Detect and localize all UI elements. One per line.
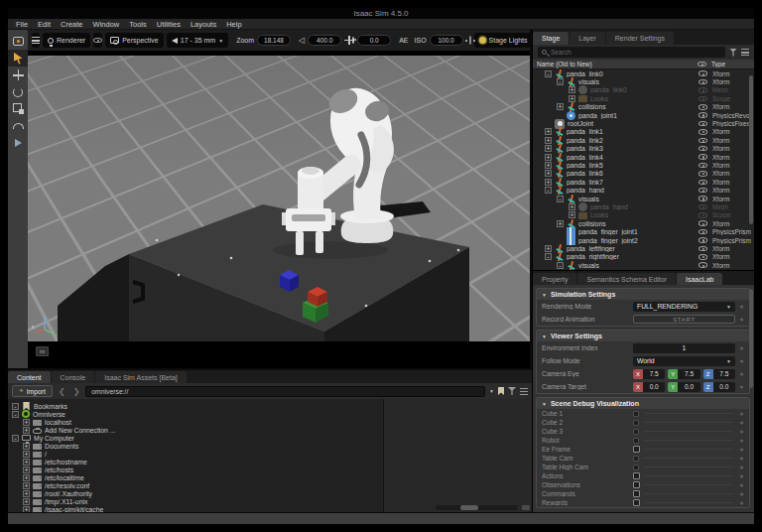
expander-icon[interactable] [545, 187, 552, 194]
expander-icon[interactable] [23, 466, 30, 473]
render-area[interactable]: x m [28, 51, 530, 368]
vertical-scrollbar[interactable] [749, 289, 753, 388]
stage-tree-row[interactable]: panda_joint1 PhysicsRevoluteJoint [533, 111, 754, 119]
checkbox[interactable] [633, 490, 640, 497]
content-tree-row[interactable]: /root/.Xauthority [8, 489, 383, 497]
section-header[interactable]: ▼ Simulation Settings [537, 289, 749, 300]
content-tree-row[interactable]: Bookmarks [8, 402, 383, 410]
menu-item[interactable]: Create [56, 19, 88, 30]
back-button[interactable]: ❮ [57, 387, 67, 396]
checkbox[interactable] [633, 472, 640, 479]
search-field[interactable] [538, 47, 725, 58]
stage-tree-row[interactable]: visuals Xform [533, 261, 754, 269]
expander-icon[interactable] [545, 137, 552, 144]
content-tree-row[interactable]: Add New Connection ... [8, 426, 383, 434]
expander-icon[interactable] [557, 103, 564, 110]
content-file-area[interactable] [383, 399, 532, 512]
property-tab[interactable]: Semantics Schema Editor [577, 273, 676, 285]
camera-projection-button[interactable]: Perspective [105, 33, 164, 48]
visibility-eye-icon[interactable] [698, 163, 707, 169]
visibility-eye-icon[interactable] [698, 154, 707, 160]
expander-icon[interactable] [23, 474, 30, 481]
stage-tree-row[interactable]: panda_link0 Mesh [533, 86, 754, 94]
content-tab[interactable]: Console [52, 371, 95, 383]
expander-icon[interactable] [23, 451, 30, 458]
bookmark-icon[interactable] [498, 387, 504, 395]
stage-tree-row[interactable]: visuals Xform [533, 77, 754, 85]
tool-button[interactable] [8, 100, 28, 117]
path-input[interactable] [86, 388, 484, 395]
lens-button[interactable]: 17 - 35 mm ▼ [167, 33, 228, 48]
visibility-eye-icon[interactable] [698, 112, 707, 118]
visibility-eye-icon[interactable] [698, 229, 707, 235]
rendering-mode-select[interactable]: FULL_RENDERING ▼ [633, 302, 735, 312]
path-dropdown-icon[interactable]: ▼ [489, 388, 494, 394]
visibility-eye-icon[interactable] [698, 121, 707, 127]
search-input[interactable] [551, 49, 721, 56]
menu-item[interactable]: Help [221, 19, 246, 30]
visibility-eye-icon[interactable] [698, 196, 707, 201]
checkbox[interactable] [633, 438, 639, 444]
renderer-button[interactable]: Renderer [43, 33, 90, 48]
expander-icon[interactable] [545, 128, 552, 135]
stage-tree-row[interactable]: panda_link3 Xform [533, 145, 754, 153]
menu-item[interactable]: Tools [124, 19, 152, 30]
start-button[interactable]: START [633, 315, 735, 324]
expander-icon[interactable] [12, 403, 19, 410]
content-tree-row[interactable]: localhost [8, 418, 383, 426]
visibility-eye-icon[interactable] [698, 138, 707, 144]
zoom-value-field[interactable]: 18.148 [257, 35, 291, 46]
visibility-eye-icon[interactable] [698, 204, 707, 210]
stage-tree-row[interactable]: panda_link2 Xform [533, 136, 754, 144]
stage-tree-row[interactable]: collisions Xform [533, 103, 754, 111]
content-tree-row[interactable]: Documents [8, 442, 383, 450]
camera-eye-x-field[interactable]: X 7.5 [633, 369, 665, 379]
list-view-icon[interactable] [520, 388, 528, 395]
import-button[interactable]: + Import [12, 385, 53, 397]
expander-icon[interactable] [557, 220, 564, 227]
stage-tree-row[interactable]: panda_link5 Xform [533, 161, 754, 169]
menu-item[interactable]: Utilities [152, 19, 186, 30]
checkbox[interactable] [633, 429, 639, 435]
expander-icon[interactable] [557, 196, 564, 202]
stage-tree-row[interactable]: panda_link6 Xform [533, 170, 754, 178]
expander-icon[interactable] [545, 154, 552, 161]
content-tree-row[interactable]: /etc/hosts [8, 466, 383, 473]
visibility-eye-icon[interactable] [698, 246, 707, 252]
expander-icon[interactable] [23, 498, 30, 505]
expander-icon[interactable] [569, 86, 575, 93]
menu-item[interactable]: Layouts [186, 19, 221, 30]
content-tree-row[interactable]: /etc/resolv.conf [8, 481, 383, 489]
stage-tree-row[interactable]: panda_link1 Xform [533, 128, 754, 136]
expander-icon[interactable] [545, 162, 552, 169]
expander-icon[interactable] [23, 459, 30, 466]
checkbox[interactable] [633, 481, 640, 488]
visibility-eye-icon[interactable] [698, 262, 707, 268]
expander-icon[interactable] [23, 419, 30, 426]
checkbox[interactable] [633, 456, 639, 462]
vertical-scrollbar[interactable] [749, 75, 753, 224]
expander-icon[interactable] [545, 179, 552, 186]
forward-button[interactable]: ❯ [71, 387, 82, 396]
camera-target-z-field[interactable]: Z 0.0 [703, 382, 735, 392]
tool-button[interactable] [8, 66, 28, 83]
content-tree-row[interactable]: /etc/localtime [8, 473, 383, 481]
camera-eye-y-field[interactable]: Y 7.5 [668, 369, 699, 379]
visibility-eye-icon[interactable] [698, 146, 707, 152]
tool-button[interactable] [8, 50, 28, 66]
table[interactable] [58, 201, 469, 341]
expander-icon[interactable] [557, 262, 564, 269]
expander-icon[interactable] [23, 427, 30, 434]
type-column-header[interactable]: Type [706, 61, 750, 67]
visibility-button[interactable] [93, 33, 102, 48]
stage-tree-row[interactable]: panda_link4 Xform [533, 153, 754, 161]
visibility-eye-icon[interactable] [698, 212, 707, 218]
visibility-eye-icon[interactable] [698, 79, 707, 85]
iso-value-field[interactable]: 100.0 [430, 35, 463, 46]
tool-button[interactable] [8, 33, 28, 50]
menu-item[interactable]: Edit [33, 19, 56, 30]
expander-icon[interactable] [545, 253, 552, 260]
environment-index-field[interactable]: 1 [633, 343, 735, 353]
section-header[interactable]: ▼ Viewer Settings [537, 331, 749, 341]
visibility-eye-icon[interactable] [698, 171, 707, 177]
